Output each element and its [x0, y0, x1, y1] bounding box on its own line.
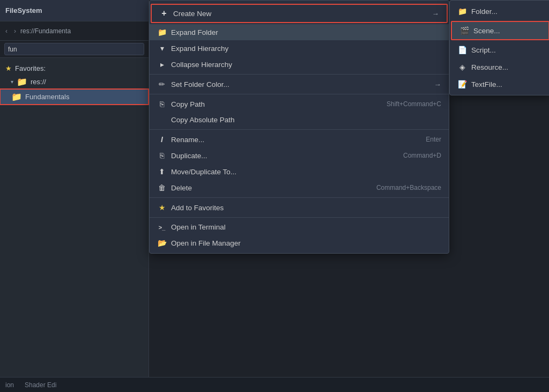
menu-item-add-favorites[interactable]: ★ Add to Favorites	[150, 199, 449, 216]
tree-item-fundamentals[interactable]: 📁 Fundamentals	[0, 89, 149, 105]
expand-icon: ▾	[157, 44, 167, 53]
terminal-icon: >_	[157, 224, 167, 231]
sidebar-title: FileSystem	[5, 6, 42, 14]
bottom-bar-item-1: ion	[5, 381, 14, 389]
separator-5	[150, 217, 449, 218]
copy-icon: ⎘	[157, 100, 167, 108]
separator-4	[150, 197, 449, 198]
menu-item-expand-folder[interactable]: 📁 Expand Folder	[150, 24, 449, 40]
tree-item-res[interactable]: ▾ 📁 res://	[0, 75, 149, 89]
pencil-icon: ✏	[157, 80, 167, 88]
search-input[interactable]	[4, 43, 144, 55]
menu-item-copy-path[interactable]: ⎘ Copy Path Shift+Command+C	[150, 96, 449, 112]
submenu-item-folder[interactable]: 📁 Folder...	[450, 3, 549, 20]
file-tree: ★ Favorites: ▾ 📁 res:// 📁 Fundamentals	[0, 58, 149, 109]
folder-blue-icon: 📁	[11, 92, 22, 102]
search-bar	[0, 41, 149, 58]
sidebar-panel: FileSystem ‹ › res://Fundamenta ★ Favori…	[0, 0, 149, 392]
script-icon: 📄	[457, 46, 467, 54]
scene-icon: 🎬	[459, 26, 469, 35]
bottom-bar: ion Shader Edi	[0, 377, 549, 392]
sidebar-header: FileSystem	[0, 0, 149, 21]
separator-1	[150, 74, 449, 75]
resource-icon: ◈	[457, 63, 467, 71]
menu-item-open-terminal[interactable]: >_ Open in Terminal	[150, 219, 449, 235]
current-path: res://Fundamenta	[20, 27, 71, 35]
separator-3	[150, 129, 449, 130]
collapse-icon: ▸	[157, 60, 167, 69]
submenu-item-textfile[interactable]: 📝 TextFile...	[450, 76, 549, 93]
nav-forward[interactable]: ›	[12, 26, 18, 36]
nav-back[interactable]: ‹	[3, 26, 10, 36]
arrow-right-icon-2: →	[434, 80, 442, 88]
textfile-icon: 📝	[457, 80, 467, 88]
folder-icon: 📁	[17, 77, 27, 87]
menu-item-collapse-hierarchy[interactable]: ▸ Collapse Hierarchy	[150, 56, 449, 72]
submenu-create-new: 📁 Folder... 🎬 Scene... 📄 Script... ◈ Res…	[449, 0, 549, 95]
trash-icon: 🗑	[157, 183, 167, 192]
menu-item-move-duplicate[interactable]: ⬆ Move/Duplicate To...	[150, 164, 449, 180]
menu-item-open-file-manager[interactable]: 📂 Open in File Manager	[150, 235, 449, 251]
folder-submenu-icon: 📁	[457, 7, 467, 16]
rename-icon: I	[157, 135, 167, 144]
bottom-bar-item-2: Shader Edi	[25, 381, 56, 389]
separator-2	[150, 94, 449, 94]
copy-path-shortcut: Shift+Command+C	[387, 100, 441, 108]
duplicate-shortcut: Command+D	[403, 152, 441, 159]
submenu-item-script[interactable]: 📄 Script...	[450, 41, 549, 58]
delete-shortcut: Command+Backspace	[376, 184, 441, 191]
arrow-right-icon: →	[432, 10, 440, 18]
duplicate-icon: ⎘	[157, 151, 167, 160]
menu-item-rename[interactable]: I Rename... Enter	[150, 131, 449, 147]
menu-item-set-folder-color[interactable]: ✏ Set Folder Color... →	[150, 76, 449, 92]
menu-item-delete[interactable]: 🗑 Delete Command+Backspace	[150, 180, 449, 196]
favorites-label: ★ Favorites:	[0, 62, 149, 75]
chevron-down-icon: ▾	[11, 79, 13, 85]
context-menu: + Create New → 📁 Expand Folder ▾ Expand …	[149, 0, 449, 254]
rename-shortcut: Enter	[426, 136, 441, 143]
folder-open-icon: 📁	[157, 28, 167, 36]
menu-item-create-new[interactable]: + Create New →	[151, 4, 448, 23]
submenu-item-resource[interactable]: ◈ Resource...	[450, 58, 549, 76]
file-manager-icon: 📂	[157, 239, 167, 247]
move-icon: ⬆	[157, 167, 167, 176]
plus-icon: +	[159, 9, 169, 18]
star-icon: ★	[5, 64, 12, 72]
menu-item-duplicate[interactable]: ⎘ Duplicate... Command+D	[150, 147, 449, 164]
menu-item-copy-absolute-path[interactable]: Copy Absolute Path	[150, 112, 449, 128]
path-bar: ‹ › res://Fundamenta	[0, 21, 149, 41]
menu-item-expand-hierarchy[interactable]: ▾ Expand Hierarchy	[150, 40, 449, 56]
submenu-item-scene[interactable]: 🎬 Scene...	[451, 21, 549, 40]
star-fav-icon: ★	[157, 203, 167, 212]
